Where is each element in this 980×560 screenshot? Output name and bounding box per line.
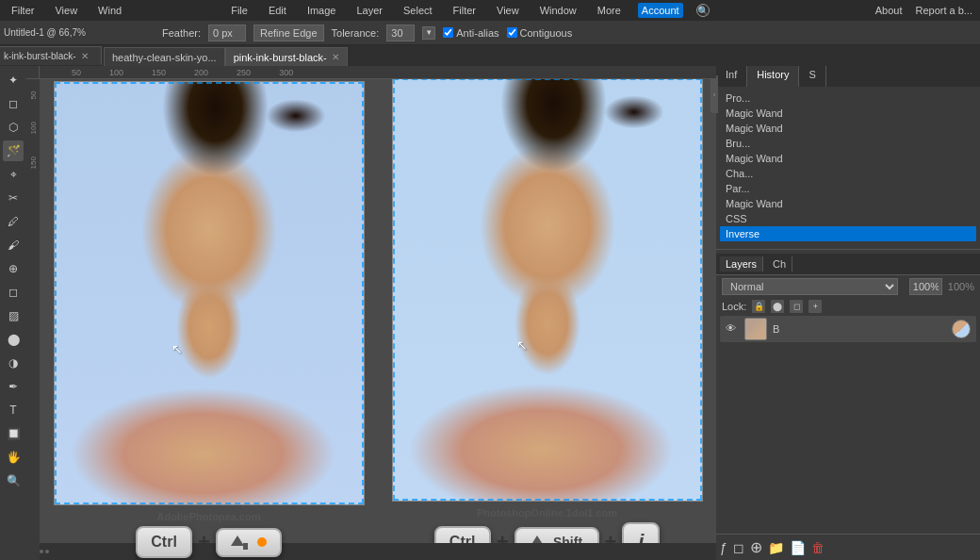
doc-title-area: Untitled-1 @ 66,7%	[0, 21, 104, 45]
panel-divider	[716, 249, 980, 250]
opacity-input[interactable]	[909, 278, 942, 295]
layers-panel-tabs: Layers Ch	[716, 254, 980, 274]
delete-layer-icon[interactable]: 🗑	[811, 540, 825, 555]
lock-artboard-icon[interactable]: +	[808, 300, 822, 313]
panel-collapse-handle[interactable]: ›	[710, 75, 718, 113]
lasso-tool[interactable]: ⬡	[3, 117, 24, 138]
add-mask-icon[interactable]: ◻	[733, 540, 744, 555]
scroll-dot-2	[40, 550, 43, 553]
menu-more[interactable]: More	[594, 3, 625, 18]
cursor-right: ↖	[516, 338, 528, 353]
blend-mode-select[interactable]: Normal Multiply Screen	[722, 278, 898, 295]
hand-tool[interactable]: 🖐	[3, 447, 24, 468]
brush-tool[interactable]: 🖌	[3, 235, 24, 255]
add-layer-style-icon[interactable]: ƒ	[720, 540, 727, 555]
channels-tab[interactable]: Ch	[767, 256, 792, 272]
menu-filter2[interactable]: Filter	[449, 3, 480, 18]
menu-filter[interactable]: Filter	[8, 3, 38, 18]
canvas-area: 50100150200250300 50 100 150 ↖ AdobePhot…	[26, 66, 716, 560]
lock-all-icon[interactable]: ◻	[790, 300, 803, 313]
panel-tab-inf[interactable]: Inf	[716, 66, 747, 87]
feather-input[interactable]	[208, 25, 246, 41]
history-item-2[interactable]: Magic Wand	[720, 121, 976, 136]
tab-label-1: heathy-clean-skin-yo...	[112, 52, 217, 63]
menu-account[interactable]: Account	[638, 3, 683, 18]
bottom-status	[26, 543, 716, 560]
tab-label: k-ink-burst-black-	[4, 51, 76, 61]
contiguous-label: Contiguous	[507, 27, 573, 39]
history-section: Pro... Magic Wand Magic Wand Bru... Magi…	[716, 87, 980, 245]
cursor-left: ↖	[172, 341, 183, 356]
tolerance-dropdown[interactable]: ▼	[422, 26, 435, 40]
layer-visibility-icon[interactable]: 👁	[726, 322, 739, 336]
history-item-7[interactable]: Magic Wand	[720, 196, 976, 211]
refine-edge-button[interactable]: Refine Edge	[253, 25, 324, 41]
history-item-cha[interactable]: Cha...	[720, 166, 976, 181]
anti-alias-checkbox[interactable]	[443, 27, 453, 38]
history-item-css[interactable]: CSS	[720, 211, 976, 226]
menu-wind[interactable]: Wind	[94, 3, 125, 18]
canvas-right: ↖ PhotoshopOnline.1doi1.com Ctrl + Shift…	[392, 77, 703, 560]
text-tool[interactable]: T	[3, 400, 24, 420]
menu-image[interactable]: Image	[303, 3, 340, 18]
tab-close-2[interactable]: ✕	[332, 52, 339, 62]
tab-heathy[interactable]: heathy-clean-skin-yo...	[104, 47, 225, 66]
contiguous-checkbox[interactable]	[507, 27, 517, 38]
menu-edit[interactable]: Edit	[265, 3, 290, 18]
tab-ink-burst-left[interactable]: k-ink-burst-black- ✕	[0, 46, 102, 65]
slice-tool[interactable]: ✂	[3, 188, 24, 208]
panel-tab-shortlabel[interactable]: S	[799, 66, 825, 87]
tolerance-input[interactable]	[386, 25, 415, 41]
layers-bottom-toolbar: ƒ ◻ ⊕ 📁 📄 🗑	[716, 534, 980, 560]
history-item-4[interactable]: Magic Wand	[720, 151, 976, 166]
shape-tool[interactable]: 🔲	[3, 423, 24, 444]
layer-name: B	[773, 323, 946, 335]
history-item-bru[interactable]: Bru...	[720, 136, 976, 151]
blur-tool[interactable]: ⬤	[3, 329, 24, 350]
new-group-icon[interactable]: 📁	[768, 540, 784, 555]
lock-position-icon[interactable]: 🔒	[752, 300, 765, 313]
menu-view2[interactable]: View	[493, 3, 523, 18]
layer-row-main[interactable]: 👁 B	[720, 316, 976, 342]
menu-view[interactable]: View	[51, 3, 81, 18]
tolerance-label: Tolerance:	[332, 27, 380, 39]
layer-preview-circle	[952, 320, 971, 338]
plus-sign-left: +	[198, 530, 210, 554]
feather-label: Feather:	[162, 27, 201, 39]
menu-select[interactable]: Select	[400, 3, 436, 18]
portrait-left: ↖	[55, 82, 364, 504]
clone-stamp[interactable]: ⊕	[3, 258, 24, 279]
magic-wand-tool[interactable]: 🪄	[3, 140, 24, 161]
gradient-tool[interactable]: ▨	[3, 305, 24, 326]
zoom-tool[interactable]: 🔍	[3, 470, 24, 491]
about-label: About	[875, 5, 903, 16]
panel-tab-history[interactable]: History	[747, 66, 799, 87]
eyedropper-tool[interactable]: 🖊	[3, 211, 24, 232]
anti-alias-label: Anti-alias	[443, 27, 498, 39]
search-icon[interactable]: 🔍	[696, 4, 710, 17]
new-layer-icon[interactable]: 📄	[790, 540, 806, 555]
move-tool[interactable]: ✦	[3, 70, 24, 91]
tab-close-0[interactable]: ✕	[81, 51, 89, 61]
tab-label-2: pink-ink-burst-black-	[234, 52, 327, 63]
menu-file[interactable]: File	[227, 3, 252, 18]
pen-tool[interactable]: ✒	[3, 376, 24, 397]
history-item-par[interactable]: Par...	[720, 181, 976, 196]
tab-pink-burst[interactable]: pink-ink-burst-black- ✕	[225, 47, 348, 66]
lock-pixel-icon[interactable]: ⬤	[771, 300, 784, 313]
history-item-inverse[interactable]: Inverse	[720, 226, 976, 241]
history-item-pro[interactable]: Pro...	[720, 91, 976, 106]
layers-tab[interactable]: Layers	[720, 256, 763, 272]
layers-lock-row: Lock: 🔒 ⬤ ◻ +	[716, 298, 980, 315]
menu-bar: Filter View Wind File Edit Image Layer S…	[0, 0, 980, 21]
ruler-vertical: 50 100 150	[26, 79, 40, 560]
menu-layer[interactable]: Layer	[352, 3, 386, 18]
history-item-1[interactable]: Magic Wand	[720, 106, 976, 121]
eraser-tool[interactable]: ◻	[3, 282, 24, 303]
menu-window[interactable]: Window	[536, 3, 580, 18]
marquee-tool[interactable]: ◻	[3, 93, 24, 114]
tabs-row: k-ink-burst-black- ✕ heathy-clean-skin-y…	[0, 45, 980, 66]
dodge-tool[interactable]: ◑	[3, 353, 24, 373]
crop-tool[interactable]: ⌖	[3, 164, 24, 185]
add-adjustment-icon[interactable]: ⊕	[750, 538, 762, 556]
